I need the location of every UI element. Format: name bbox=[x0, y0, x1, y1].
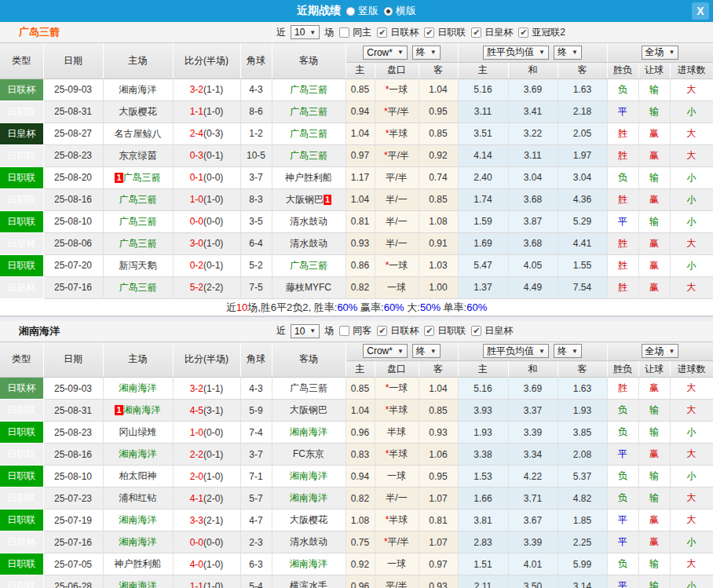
scope-select[interactable]: 全场▼ bbox=[642, 46, 679, 60]
chevron-down-icon: ▼ bbox=[430, 49, 437, 56]
result-handicap: 输 bbox=[638, 79, 670, 100]
sub-column-header: 主 bbox=[458, 62, 508, 79]
filter-checkbox[interactable]: ✔ bbox=[471, 27, 481, 38]
away-team: 清水鼓动 bbox=[272, 232, 346, 254]
avg-away: 3.14 bbox=[558, 575, 607, 588]
halftime-score: (1-0) bbox=[203, 238, 223, 249]
filter-checkbox[interactable]: ✔ bbox=[377, 27, 387, 38]
result-goals: 大 bbox=[670, 122, 713, 144]
fulltime-score: 5-2 bbox=[190, 282, 203, 293]
final-odds-select[interactable]: 终▼ bbox=[412, 344, 441, 358]
type-badge: 日职联 bbox=[0, 488, 43, 509]
odds-group-header: Crow*▼终▼ bbox=[346, 342, 458, 361]
home-team-name: 湘南海洋 bbox=[119, 536, 157, 547]
home-odds: 0.93 bbox=[346, 232, 375, 254]
fulltime-score: 3-3 bbox=[190, 515, 203, 526]
sub-column-header: 盘口 bbox=[375, 361, 419, 378]
filter-checkbox[interactable] bbox=[339, 27, 349, 38]
away-team-name: 大阪樱花 bbox=[290, 514, 327, 525]
halftime-score: (1-1) bbox=[203, 383, 223, 394]
bookmaker-select[interactable]: Crow*▼ bbox=[363, 344, 408, 358]
handicap: 半球 bbox=[375, 422, 419, 444]
avg-provider-select-value: 胜平负均值 bbox=[487, 345, 534, 358]
home-team: 浦和红钻 bbox=[103, 488, 173, 509]
bookmaker-select-value: Crow* bbox=[367, 47, 393, 58]
sub-column-header: 客 bbox=[419, 62, 458, 79]
column-header: 日期 bbox=[43, 43, 103, 79]
home-odds: 0.82 bbox=[346, 488, 375, 509]
avg-draw: 3.41 bbox=[508, 100, 558, 122]
layout-radio-horizontal[interactable]: 横版 bbox=[384, 4, 416, 18]
avg-draw: 3.69 bbox=[508, 378, 558, 400]
avg-home: 3.11 bbox=[458, 100, 508, 122]
chevron-down-icon: ▼ bbox=[669, 49, 675, 56]
final-avg-select[interactable]: 终▼ bbox=[554, 344, 582, 358]
filter-checkbox[interactable]: ✔ bbox=[424, 326, 434, 336]
summary-stat-label: 赢率: bbox=[360, 301, 384, 313]
table-row: 日职联25-08-16湘南海洋2-2(0-1)3-7FC东京0.83*半球1.0… bbox=[0, 444, 713, 466]
result-handicap: 输 bbox=[638, 466, 670, 488]
fulltime-score: 4-5 bbox=[190, 405, 203, 416]
home-team-name: 名古屋鲸八 bbox=[115, 128, 162, 139]
score: 1-0(1-0) bbox=[173, 188, 240, 210]
corners: 2-3 bbox=[240, 531, 272, 553]
result-goals: 大 bbox=[670, 400, 713, 422]
filter-checkbox[interactable]: ✔ bbox=[471, 326, 481, 336]
type-badge: 日职联 bbox=[0, 210, 43, 232]
filter-checkbox[interactable]: ✔ bbox=[377, 326, 387, 336]
dialog-title: 近期战绩 bbox=[297, 4, 341, 18]
chevron-down-icon: ▼ bbox=[572, 348, 578, 355]
final-avg-select[interactable]: 终▼ bbox=[554, 46, 582, 60]
close-button[interactable]: X bbox=[692, 2, 709, 20]
away-odds: 1.04 bbox=[419, 378, 458, 400]
sections-container: 广岛三箭近10▼场同主✔日联杯✔日职联✔日皇杯✔亚冠联2类型日期主场比分(半场)… bbox=[0, 22, 713, 588]
section-header-1: 湘南海洋近10▼场同客✔日联杯✔日职联✔日皇杯 bbox=[0, 321, 713, 342]
summary-stat-label: 单率: bbox=[444, 301, 467, 313]
match-count-select[interactable]: 10▼ bbox=[291, 324, 320, 338]
type-badge: 日皇杯 bbox=[0, 232, 43, 254]
match-date: 25-08-31 bbox=[43, 100, 103, 122]
final-odds-select[interactable]: 终▼ bbox=[412, 46, 441, 60]
result-goals: 大 bbox=[670, 79, 713, 100]
layout-radio-vertical[interactable]: 竖版 bbox=[346, 4, 378, 18]
home-team-name: 广岛三箭 bbox=[119, 282, 157, 293]
match-count-select-value: 10 bbox=[294, 326, 305, 337]
away-team-name: 清水鼓动 bbox=[290, 216, 327, 227]
score: 4-1(2-0) bbox=[173, 488, 240, 509]
match-date: 25-07-16 bbox=[43, 276, 103, 298]
home-odds: 1.04 bbox=[346, 400, 375, 422]
filter-checkbox-label: 日联杯 bbox=[390, 324, 419, 338]
odds-group-header: Crow*▼终▼ bbox=[346, 43, 458, 62]
column-header: 主场 bbox=[103, 342, 173, 378]
filter-checkbox[interactable] bbox=[339, 326, 349, 336]
home-team: 湘南海洋 bbox=[103, 509, 173, 531]
home-odds: 0.94 bbox=[346, 466, 375, 488]
avg-away: 1.55 bbox=[558, 254, 607, 276]
red-card-badge: 1 bbox=[115, 405, 122, 415]
result-handicap: 赢 bbox=[638, 188, 670, 210]
corners: 7-4 bbox=[240, 422, 272, 444]
filter-checkbox[interactable]: ✔ bbox=[518, 27, 528, 38]
handicap-value: 半球 bbox=[389, 404, 408, 415]
table-row: 日职联25-08-31大阪樱花1-1(1-0)8-6广岛三箭0.94*平/半0.… bbox=[0, 100, 713, 122]
avg-home: 1.69 bbox=[458, 232, 508, 254]
avg-provider-select[interactable]: 胜平负均值▼ bbox=[483, 344, 549, 358]
match-date: 25-08-06 bbox=[43, 232, 103, 254]
handicap: 一球 bbox=[375, 553, 419, 575]
match-count-select[interactable]: 10▼ bbox=[291, 25, 320, 39]
filter-checkbox[interactable]: ✔ bbox=[424, 27, 434, 38]
home-odds: 0.97 bbox=[346, 144, 375, 166]
titlebar-center: 近期战绩 竖版 横版 bbox=[0, 4, 713, 18]
home-team: 神户胜利船 bbox=[103, 553, 173, 575]
scope-select[interactable]: 全场▼ bbox=[642, 344, 679, 358]
away-team-name: 广岛三箭 bbox=[290, 382, 327, 393]
avg-away: 2.05 bbox=[558, 122, 607, 144]
home-team-name: 大阪樱花 bbox=[119, 106, 157, 117]
sub-column-header: 进球数 bbox=[670, 361, 713, 378]
avg-away: 3.85 bbox=[558, 422, 607, 444]
bookmaker-select[interactable]: Crow*▼ bbox=[363, 46, 408, 60]
avg-provider-select[interactable]: 胜平负均值▼ bbox=[483, 46, 549, 60]
table-row: 日职联25-08-311湘南海洋4-5(3-1)5-9大阪钢巴1.04*半球0.… bbox=[0, 400, 713, 422]
away-odds: 1.06 bbox=[419, 444, 458, 466]
result-goals: 小 bbox=[670, 575, 713, 588]
